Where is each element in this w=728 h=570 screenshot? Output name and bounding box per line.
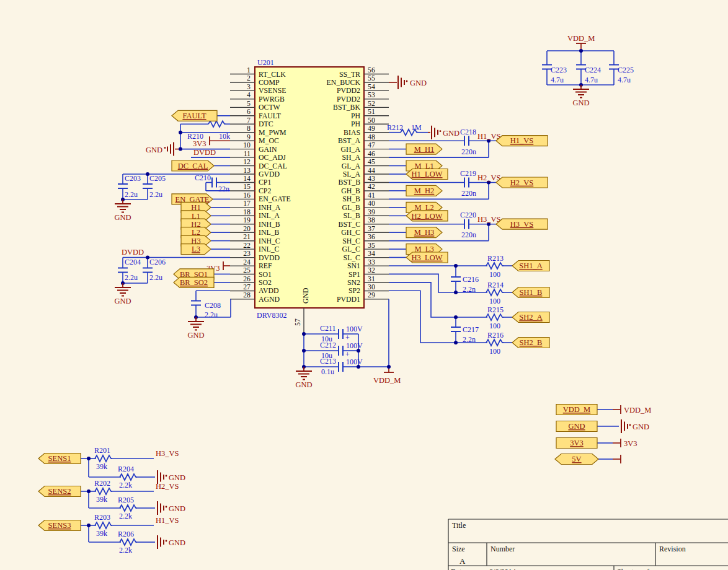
pin-number: 29 (368, 291, 375, 299)
ic-u201[interactable]: U201DRV83021RT_CLK56SS_TR2COMP55EN_BUCK3… (230, 58, 389, 333)
port-SH2_A[interactable]: SH2_A (512, 312, 549, 323)
gnd-power-symbol[interactable]: GND (158, 535, 185, 549)
gnd-label: GND (187, 331, 204, 340)
pin-name: RT_CLK (259, 70, 286, 79)
pin-number: 41 (368, 191, 375, 200)
junction-dot (302, 332, 306, 336)
port-H3_LOW[interactable]: H3_LOW (406, 252, 448, 263)
junction-dot (454, 291, 458, 294)
port-M_H3[interactable]: M_H3 (406, 227, 442, 238)
gnd-power-symbol[interactable]: GND (621, 419, 649, 433)
port-3V3[interactable]: 3V3 (556, 438, 597, 449)
capacitor-C205[interactable]: C2052.2u (143, 174, 166, 199)
port-SH1_A[interactable]: SH1_A (512, 261, 549, 271)
pin-number: 24 (243, 258, 251, 266)
pin-number: 25 (243, 266, 251, 274)
capacitor-C219[interactable]: C219220n (460, 169, 476, 198)
port-L3[interactable]: L3 (181, 244, 211, 255)
port-SENS2[interactable]: SENS2 (38, 486, 81, 497)
pin-name: DTC (259, 120, 273, 128)
resistor-R203[interactable]: R20339k (94, 513, 112, 538)
resistor-designator: R204 (118, 465, 134, 473)
capacitor-C225[interactable]: C2254.7u (609, 65, 634, 85)
port-label: M_H3 (414, 228, 435, 237)
wire (95, 522, 112, 528)
port-label: 5V (572, 455, 581, 463)
resistor-R215[interactable]: R215100 (486, 305, 504, 330)
capacitor-C220[interactable]: C220220n (460, 211, 476, 239)
gnd-label: GND (633, 423, 649, 431)
resistor-R214[interactable]: R214100 (486, 281, 504, 305)
port-H3_VS[interactable]: H3_VS (496, 219, 548, 229)
port-FAULT[interactable]: FAULT (172, 110, 217, 121)
resistor-designator: R205 (118, 496, 134, 504)
pin-number: 19 (243, 216, 251, 224)
pin-number: 20 (243, 224, 251, 233)
capacitor-C223[interactable]: C2234.7u (542, 65, 567, 85)
gnd-power-symbol[interactable]: GND (398, 76, 427, 89)
capacitor-designator: C212 (320, 341, 336, 349)
capacitor-C224[interactable]: C2244.7u (576, 65, 601, 85)
pin-number: 51 (368, 107, 375, 116)
gnd-earth-symbol[interactable]: GND (572, 85, 589, 107)
port-GND[interactable]: GND (556, 421, 597, 432)
gnd-power-symbol[interactable]: GND (432, 126, 459, 139)
capacitor-designator: C205 (149, 174, 166, 183)
resistor-R216[interactable]: R216100 (486, 331, 504, 356)
resistor-R201[interactable]: R20139k (94, 446, 112, 471)
pin-name: PVDD2 (337, 95, 360, 103)
pin-number: 35 (368, 241, 375, 250)
port-SH1_B[interactable]: SH1_B (512, 287, 549, 298)
port-BR_SO2[interactable]: BR_SO2 (174, 277, 214, 287)
port-M_H1[interactable]: M_H1 (406, 144, 442, 154)
gnd-power-symbol[interactable]: GND (146, 142, 174, 156)
sheet-label: Sheet (617, 568, 634, 570)
resistor-R213[interactable]: R213100 (486, 254, 504, 279)
port-H1_LOW[interactable]: H1_LOW (406, 169, 448, 180)
gnd-earth-symbol[interactable]: GND (295, 367, 312, 389)
capacitor-value: 2.2u (149, 190, 162, 199)
capacitor-C206[interactable]: C2062.2u (143, 258, 166, 282)
h2-vs-net-label: H2_VS (477, 173, 501, 182)
pin-name: GL_C (342, 245, 361, 253)
port-DC_CAL[interactable]: DC_CAL (172, 160, 214, 171)
resistor-designator: R202 (94, 479, 110, 488)
port-M_H2[interactable]: M_H2 (406, 185, 442, 196)
dvdd-net-label: DVDD (193, 148, 216, 157)
port-label: SH1_B (520, 288, 543, 297)
capacitor-C203[interactable]: C2032.2u (118, 174, 141, 199)
gnd-earth-symbol[interactable]: GND (187, 317, 204, 340)
resistor-R202[interactable]: R20239k (94, 479, 112, 504)
port-5V[interactable]: 5V (555, 454, 598, 465)
port-label: H1_VS (510, 136, 534, 145)
pin-number: 9 (247, 133, 251, 141)
gnd-power-symbol[interactable]: GND (158, 501, 185, 515)
port-VDD_M[interactable]: VDD_M (556, 405, 597, 415)
port-H2_VS[interactable]: H2_VS (496, 177, 548, 188)
capacitor-polarity: + (345, 333, 350, 342)
port-SENS3[interactable]: SENS3 (38, 520, 81, 531)
pin-number: 38 (368, 216, 375, 224)
pin-number: 46 (368, 149, 375, 158)
port-SH2_B[interactable]: SH2_B (512, 338, 549, 348)
wire (120, 539, 137, 545)
capacitor-C204[interactable]: C2042.2u (118, 258, 141, 282)
capacitor-value: 220n (461, 147, 476, 156)
resistor-R212[interactable]: R2121M (387, 123, 422, 136)
port-H2_LOW[interactable]: H2_LOW (406, 211, 448, 221)
capacitor-value: 2.2n (463, 285, 476, 294)
pin-name: SO1 (259, 270, 272, 279)
gnd-earth-symbol[interactable]: GND (114, 283, 131, 305)
pin-number: 13 (243, 166, 251, 175)
ic-designator: U201 (257, 58, 274, 67)
gnd-label: GND (169, 538, 185, 547)
port-SENS1[interactable]: SENS1 (38, 454, 81, 464)
capacitor-C218[interactable]: C218220n (460, 128, 476, 156)
gnd-earth-symbol[interactable]: GND (114, 200, 131, 222)
pin-name: INH_B (259, 220, 280, 229)
wire (95, 488, 112, 494)
port-H1_VS[interactable]: H1_VS (496, 136, 548, 146)
resistor-value: 39k (96, 495, 107, 504)
pin-name: REF (259, 261, 272, 270)
pin-name: INH_A (259, 203, 281, 212)
